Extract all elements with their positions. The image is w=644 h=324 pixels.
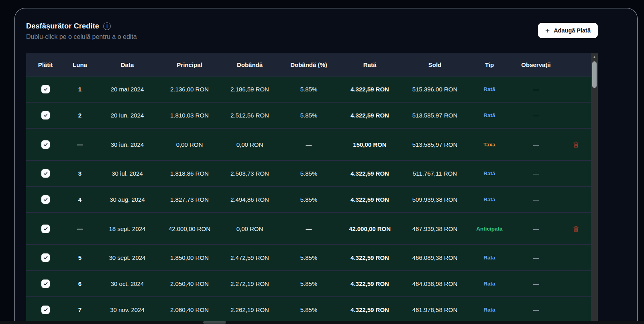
date-cell[interactable]: 30 iun. 2024 xyxy=(95,129,159,160)
add-payment-button[interactable]: + Adaugă Plată xyxy=(538,23,598,38)
month-cell[interactable]: 1 xyxy=(65,77,95,102)
principal-cell[interactable]: 42.000,00 RON xyxy=(159,213,220,244)
month-cell[interactable]: 3 xyxy=(65,161,95,186)
payment-cell[interactable]: 4.322,59 RON xyxy=(338,187,402,212)
payment-cell[interactable]: 4.322,59 RON xyxy=(338,161,402,186)
interest-cell[interactable]: 2.512,56 RON xyxy=(220,103,280,128)
info-icon[interactable]: i xyxy=(103,22,111,30)
type-cell[interactable]: Taxă xyxy=(468,129,511,160)
type-cell[interactable]: Rată xyxy=(468,245,511,270)
month-cell[interactable]: 6 xyxy=(65,271,95,296)
type-cell[interactable]: Rată xyxy=(468,161,511,186)
observations-cell[interactable]: — xyxy=(511,161,561,186)
type-cell[interactable]: Rată xyxy=(468,187,511,212)
month-cell[interactable]: 5 xyxy=(65,245,95,270)
type-cell[interactable]: Anticipată xyxy=(468,213,511,244)
payment-cell[interactable]: 4.322,59 RON xyxy=(338,271,402,296)
vertical-scrollbar-thumb[interactable] xyxy=(592,61,597,88)
date-cell[interactable]: 18 sept. 2024 xyxy=(95,213,159,244)
paid-checkbox[interactable] xyxy=(41,85,50,93)
balance-cell[interactable]: 461.978,58 RON xyxy=(402,297,468,322)
interest-pct-cell[interactable]: 5.85% xyxy=(280,271,338,296)
paid-checkbox[interactable] xyxy=(41,279,50,288)
type-cell[interactable]: Rată xyxy=(468,271,511,296)
interest-pct-cell[interactable]: 5.85% xyxy=(280,103,338,128)
type-cell[interactable]: Rată xyxy=(468,103,511,128)
interest-pct-cell[interactable]: 5.85% xyxy=(280,245,338,270)
scroll-up-icon[interactable]: ▲ xyxy=(591,53,598,61)
principal-cell[interactable]: 1.810,03 RON xyxy=(159,103,220,128)
type-cell[interactable]: Rată xyxy=(468,297,511,322)
month-cell[interactable]: — xyxy=(65,213,95,244)
interest-pct-cell[interactable]: — xyxy=(280,129,338,160)
principal-cell[interactable]: 1.850,00 RON xyxy=(159,245,220,270)
observations-cell[interactable]: — xyxy=(511,129,561,160)
vertical-scrollbar[interactable]: ▲ xyxy=(591,53,598,324)
payment-cell[interactable]: 4.322,59 RON xyxy=(338,245,402,270)
payment-cell[interactable]: 42.000,00 RON xyxy=(338,213,402,244)
balance-cell[interactable]: 515.396,00 RON xyxy=(402,77,468,102)
interest-pct-cell[interactable]: 5.85% xyxy=(280,187,338,212)
principal-cell[interactable]: 1.818,86 RON xyxy=(159,161,220,186)
date-cell[interactable]: 30 oct. 2024 xyxy=(95,271,159,296)
month-cell[interactable]: 4 xyxy=(65,187,95,212)
balance-cell[interactable]: 467.939,38 RON xyxy=(402,213,468,244)
paid-checkbox[interactable] xyxy=(41,111,50,119)
add-payment-label: Adaugă Plată xyxy=(554,27,591,34)
balance-cell[interactable]: 464.038,98 RON xyxy=(402,271,468,296)
date-cell[interactable]: 30 aug. 2024 xyxy=(95,187,159,212)
balance-cell[interactable]: 513.585,97 RON xyxy=(402,103,468,128)
payment-cell[interactable]: 4.322,59 RON xyxy=(338,77,402,102)
type-cell[interactable]: Rată xyxy=(468,77,511,102)
date-cell[interactable]: 20 mai 2024 xyxy=(95,77,159,102)
date-cell[interactable]: 30 iul. 2024 xyxy=(95,161,159,186)
month-cell[interactable]: 2 xyxy=(65,103,95,128)
payment-cell[interactable]: 4.322,59 RON xyxy=(338,103,402,128)
observations-cell[interactable]: — xyxy=(511,297,561,322)
principal-cell[interactable]: 2.060,40 RON xyxy=(159,297,220,322)
interest-cell[interactable]: 0,00 RON xyxy=(220,213,280,244)
interest-pct-cell[interactable]: — xyxy=(280,213,338,244)
delete-row-button[interactable] xyxy=(571,140,581,149)
paid-checkbox[interactable] xyxy=(41,140,50,149)
payment-cell[interactable]: 4.322,59 RON xyxy=(338,297,402,322)
observations-cell[interactable]: — xyxy=(511,271,561,296)
date-cell[interactable]: 20 iun. 2024 xyxy=(95,103,159,128)
paid-checkbox[interactable] xyxy=(41,169,50,178)
balance-cell[interactable]: 511.767,11 RON xyxy=(402,161,468,186)
balance-cell[interactable]: 513.585,97 RON xyxy=(402,129,468,160)
paid-checkbox[interactable] xyxy=(41,253,50,262)
observations-cell[interactable]: — xyxy=(511,103,561,128)
interest-pct-cell[interactable]: 5.85% xyxy=(280,77,338,102)
paid-checkbox[interactable] xyxy=(41,195,50,204)
horizontal-scrollbar[interactable] xyxy=(0,321,644,324)
interest-cell[interactable]: 2.472,59 RON xyxy=(220,245,280,270)
principal-cell[interactable]: 0,00 RON xyxy=(159,129,220,160)
observations-cell[interactable]: — xyxy=(511,187,561,212)
interest-pct-cell[interactable]: 5.85% xyxy=(280,161,338,186)
interest-cell[interactable]: 2.272,19 RON xyxy=(220,271,280,296)
horizontal-scrollbar-thumb[interactable] xyxy=(203,321,226,324)
paid-checkbox[interactable] xyxy=(41,225,50,233)
observations-cell[interactable]: — xyxy=(511,77,561,102)
principal-cell[interactable]: 2.136,00 RON xyxy=(159,77,220,102)
interest-cell[interactable]: 0,00 RON xyxy=(220,129,280,160)
interest-cell[interactable]: 2.262,19 RON xyxy=(220,297,280,322)
date-cell[interactable]: 30 nov. 2024 xyxy=(95,297,159,322)
payment-cell[interactable]: 150,00 RON xyxy=(338,129,402,160)
principal-cell[interactable]: 2.050,40 RON xyxy=(159,271,220,296)
paid-checkbox[interactable] xyxy=(41,306,50,314)
balance-cell[interactable]: 466.089,38 RON xyxy=(402,245,468,270)
delete-row-button[interactable] xyxy=(571,224,581,233)
month-cell[interactable]: — xyxy=(65,129,95,160)
observations-cell[interactable]: — xyxy=(511,213,561,244)
interest-cell[interactable]: 2.186,59 RON xyxy=(220,77,280,102)
interest-cell[interactable]: 2.503,73 RON xyxy=(220,161,280,186)
date-cell[interactable]: 30 sept. 2024 xyxy=(95,245,159,270)
interest-cell[interactable]: 2.494,86 RON xyxy=(220,187,280,212)
observations-cell[interactable]: — xyxy=(511,245,561,270)
balance-cell[interactable]: 509.939,38 RON xyxy=(402,187,468,212)
principal-cell[interactable]: 1.827,73 RON xyxy=(159,187,220,212)
month-cell[interactable]: 7 xyxy=(65,297,95,322)
interest-pct-cell[interactable]: 5.85% xyxy=(280,297,338,322)
